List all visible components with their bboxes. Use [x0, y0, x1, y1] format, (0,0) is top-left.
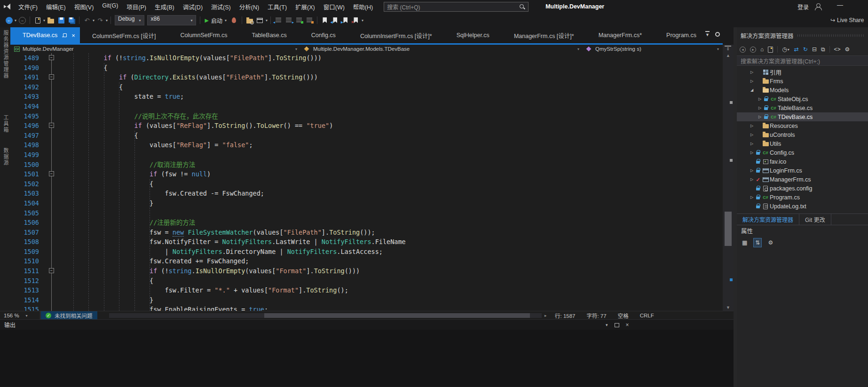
props-alphabetical-button[interactable]: ⇅	[753, 238, 762, 247]
tree-item-packages-config[interactable]: packages.config	[737, 184, 868, 193]
save-all-button[interactable]	[67, 15, 76, 26]
expand-arrow-icon[interactable]: ▷	[749, 70, 755, 74]
se-sync-with-active-document[interactable]: ⇄	[794, 46, 799, 53]
redo-dropdown[interactable]: ▾	[106, 18, 108, 23]
editor-horizontal-scrollbar[interactable]	[109, 313, 542, 318]
indent-increase-button[interactable]	[284, 15, 293, 26]
document-tab-4[interactable]: TableBase.cs	[239, 27, 299, 43]
se-collapse-all-button[interactable]: ⊟	[812, 46, 817, 53]
se-back-button[interactable]: ◂	[740, 47, 746, 53]
find-in-files-button[interactable]	[245, 15, 254, 26]
active-files-dropdown[interactable]: ▼	[705, 31, 710, 37]
sign-in-button[interactable]: 登录	[797, 3, 809, 11]
se-show-all-files-button[interactable]: ⚙	[845, 46, 850, 53]
props-categorized-button[interactable]: ▦	[741, 238, 749, 247]
tree-item-config-cs[interactable]: ▷C#Config.cs	[737, 148, 868, 157]
navigate-forward-button[interactable]: →	[17, 15, 27, 26]
window-position-dropdown[interactable]: ▾	[606, 323, 608, 327]
tree-item-tablebase-cs[interactable]: ▷C#TableBase.cs	[737, 103, 868, 112]
expand-arrow-icon[interactable]: ▷	[749, 150, 755, 155]
menu-item-13[interactable]: 帮助(H)	[349, 0, 377, 14]
document-tab-7[interactable]: SqlHelper.cs	[444, 27, 502, 43]
expand-arrow-icon[interactable]: ▷	[749, 133, 755, 137]
se-view-code-button[interactable]: <>	[834, 46, 841, 53]
new-file-dropdown[interactable]: ▾	[43, 18, 45, 23]
menu-item-8[interactable]: 测试(S)	[207, 0, 235, 14]
menu-item-7[interactable]: 调试(D)	[179, 0, 207, 14]
fold-collapse-box[interactable]: −	[49, 268, 54, 273]
navigate-back-dropdown[interactable]: ▾	[15, 18, 16, 23]
quick-search-box[interactable]: 搜索 (Ctrl+Q)	[384, 2, 529, 12]
live-share-button[interactable]: ↪ Live Share	[830, 15, 868, 25]
tree-item-resources[interactable]: ▷Resources	[737, 121, 868, 130]
tree-item-frms[interactable]: ▷Frms	[737, 77, 868, 86]
close-panel-icon[interactable]: ×	[626, 322, 629, 328]
split-editor-handle[interactable]: ⇕	[725, 46, 731, 51]
open-file-button[interactable]	[46, 15, 55, 26]
tab-options-icon[interactable]	[715, 32, 720, 37]
hscrollbar-thumb[interactable]	[264, 313, 530, 318]
menu-item-5[interactable]: 项目(P)	[122, 0, 150, 14]
editor-zoom-dropdown[interactable]: 156 %▾	[0, 311, 40, 320]
collapse-arrow-icon[interactable]: ◢	[749, 88, 755, 92]
uncomment-button[interactable]	[305, 15, 314, 26]
expand-arrow-icon[interactable]: ▷	[749, 142, 755, 146]
menu-item-2[interactable]: 编辑(E)	[42, 0, 70, 14]
tree-item-ucontrols[interactable]: ▷uControls	[737, 130, 868, 139]
document-tab-3[interactable]: ColumnSetFrm.cs	[168, 27, 239, 43]
next-bookmark-button[interactable]: ▸	[341, 15, 350, 26]
toolbar-overflow-dropdown[interactable]: ▾	[362, 18, 363, 23]
tree-item-updatelog-txt[interactable]: UpdateLog.txt	[737, 202, 868, 211]
menu-item-9[interactable]: 分析(N)	[235, 0, 263, 14]
window-layout-dropdown[interactable]: ▾	[266, 18, 268, 23]
tree-item-stateobj-cs[interactable]: ▷C#StateObj.cs	[737, 95, 868, 103]
document-tab-8[interactable]: ManagerFrm.cs [设计]*	[502, 27, 586, 43]
menu-item-12[interactable]: 窗口(W)	[319, 0, 349, 14]
menu-item-11[interactable]: 扩展(X)	[291, 0, 319, 14]
scroll-down-arrow[interactable]: ▼	[723, 305, 734, 310]
menu-item-1[interactable]: 文件(F)	[14, 0, 42, 14]
editor-vertical-scrollbar[interactable]: ⇕ ▲ ▼	[723, 45, 734, 311]
output-window-header[interactable]: 输出 ▾ ×	[0, 319, 734, 330]
status-eol[interactable]: CRLF	[640, 313, 654, 318]
se-home-button[interactable]: ⌂	[760, 46, 764, 53]
code-editor[interactable]: 1489− if (!string.IsNullOrEmpty(values["…	[10, 53, 723, 311]
tree-item-fav-ico[interactable]: fav.ico	[737, 157, 868, 166]
se-properties-shortcut[interactable]: ⧉	[821, 46, 825, 53]
tree-item-managerfrm-cs[interactable]: ▷✓ManagerFrm.cs	[737, 175, 868, 184]
document-tab-10[interactable]: Program.cs	[654, 27, 709, 43]
fold-collapse-box[interactable]: −	[49, 55, 54, 60]
hot-reload-button[interactable]	[229, 15, 239, 26]
solution-explorer-search[interactable]: 搜索解决方案资源管理器(Ctrl+;)	[737, 55, 868, 66]
pin-tab-icon[interactable]	[62, 32, 68, 38]
expand-arrow-icon[interactable]: ▷	[749, 124, 755, 128]
save-button[interactable]	[56, 15, 66, 26]
expand-arrow-icon[interactable]: ▷	[757, 97, 763, 101]
document-tab-2[interactable]: ColumnSetFrm.cs [设计]	[80, 27, 168, 43]
scroll-up-arrow[interactable]: ▲	[723, 53, 734, 58]
expand-arrow-icon[interactable]: ▷	[749, 168, 755, 173]
se-preview-button[interactable]	[768, 47, 773, 53]
new-file-button[interactable]	[33, 15, 42, 26]
tree-item-tdevbase-cs[interactable]: ▷C#TDevBase.cs	[737, 112, 868, 121]
panel-tab-1[interactable]: 解决方案资源管理器	[737, 214, 799, 225]
fold-collapse-box[interactable]: −	[49, 123, 54, 128]
breadcrumb-type-dropdown[interactable]: Multiple.DevManager.Models.TDevBase ▾	[301, 45, 583, 53]
tree-item-utils[interactable]: ▷Utils	[737, 139, 868, 148]
panel-splitter[interactable]	[734, 27, 737, 387]
document-health-indicator[interactable]: ✓ 未找到相关问题	[41, 311, 97, 320]
solution-platform-dropdown[interactable]: x86▾	[147, 15, 196, 25]
undo-dropdown[interactable]: ▾	[93, 18, 95, 23]
expand-arrow-icon[interactable]: ▷	[749, 79, 755, 83]
close-tab-icon[interactable]: ×	[71, 32, 75, 39]
clear-bookmarks-button[interactable]: ×	[351, 15, 361, 26]
status-spaces[interactable]: 空格	[618, 312, 629, 319]
tab-server-explorer[interactable]: 服务器资源管理器	[2, 30, 9, 79]
maximize-panel-icon[interactable]	[615, 323, 619, 327]
redo-button[interactable]: ↷	[95, 15, 105, 26]
comment-button[interactable]	[294, 15, 304, 26]
menu-item-10[interactable]: 工具(T)	[263, 0, 291, 14]
document-tab-1[interactable]: TDevBase.cs×	[10, 27, 80, 43]
document-tab-5[interactable]: Config.cs	[299, 27, 348, 43]
expand-arrow-icon[interactable]: ▷	[749, 195, 755, 199]
